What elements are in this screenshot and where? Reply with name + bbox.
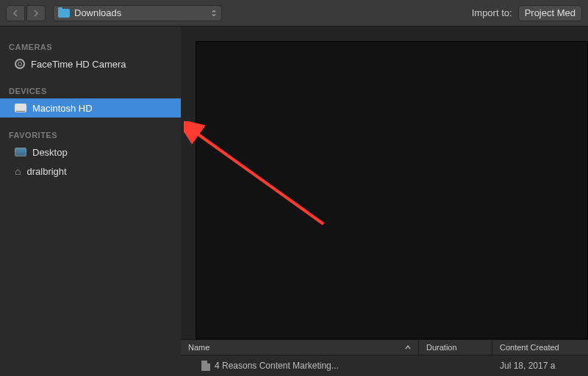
dropdown-arrows-icon (211, 10, 217, 17)
sidebar-section-devices: DEVICES Macintosh HD (0, 84, 181, 118)
column-header-name[interactable]: Name (181, 340, 419, 355)
sidebar-section-cameras: CAMERAS FaceTime HD Camera (0, 40, 181, 73)
location-label: Downloads (74, 7, 211, 18)
sidebar-item-facetime-camera[interactable]: FaceTime HD Camera (0, 54, 181, 73)
section-header-devices: DEVICES (0, 84, 181, 98)
location-dropdown[interactable]: Downloads (53, 5, 222, 21)
chevron-right-icon (33, 10, 39, 17)
import-to-group: Import to: Project Med (472, 5, 582, 21)
section-header-cameras: CAMERAS (0, 40, 181, 54)
home-icon: ⌂ (15, 166, 21, 176)
document-icon (201, 361, 210, 371)
chevron-left-icon (12, 10, 18, 17)
import-to-dropdown[interactable]: Project Med (518, 5, 582, 21)
sidebar-item-label: FaceTime HD Camera (31, 59, 126, 70)
sidebar-item-label: dralbright (26, 166, 66, 177)
hdd-icon (15, 104, 26, 112)
sidebar-item-macintosh-hd[interactable]: Macintosh HD (0, 98, 181, 118)
cell-name: 4 Reasons Content Marketing... (181, 361, 419, 371)
sidebar: CAMERAS FaceTime HD Camera DEVICES Macin… (0, 26, 181, 376)
content-area: Name Duration Content Created 4 Reasons … (181, 26, 588, 376)
table-row[interactable]: 4 Reasons Content Marketing... Jul 18, 2… (181, 355, 588, 376)
file-table: Name Duration Content Created 4 Reasons … (181, 339, 588, 376)
import-to-value: Project Med (525, 7, 576, 18)
sidebar-item-home[interactable]: ⌂ dralbright (0, 162, 181, 181)
sidebar-section-favorites: FAVORITES Desktop ⌂ dralbright (0, 128, 181, 181)
back-button[interactable] (6, 5, 25, 21)
forward-button[interactable] (26, 5, 46, 21)
column-header-created[interactable]: Content Created (492, 340, 588, 355)
toolbar: Downloads Import to: Project Med (0, 0, 588, 26)
nav-buttons (6, 5, 46, 21)
import-to-label: Import to: (472, 7, 512, 18)
sidebar-item-label: Macintosh HD (32, 103, 93, 114)
table-header: Name Duration Content Created (181, 339, 588, 355)
camera-icon (15, 59, 25, 69)
main-area: CAMERAS FaceTime HD Camera DEVICES Macin… (0, 26, 588, 376)
cell-created: Jul 18, 2017 a (492, 361, 588, 371)
column-header-duration[interactable]: Duration (419, 340, 492, 355)
sidebar-item-desktop[interactable]: Desktop (0, 142, 181, 162)
section-header-favorites: FAVORITES (0, 128, 181, 142)
folder-icon (58, 9, 70, 18)
sidebar-item-label: Desktop (32, 147, 68, 158)
preview-pane (196, 41, 588, 339)
sort-ascending-icon (405, 344, 411, 351)
desktop-icon (15, 148, 26, 156)
